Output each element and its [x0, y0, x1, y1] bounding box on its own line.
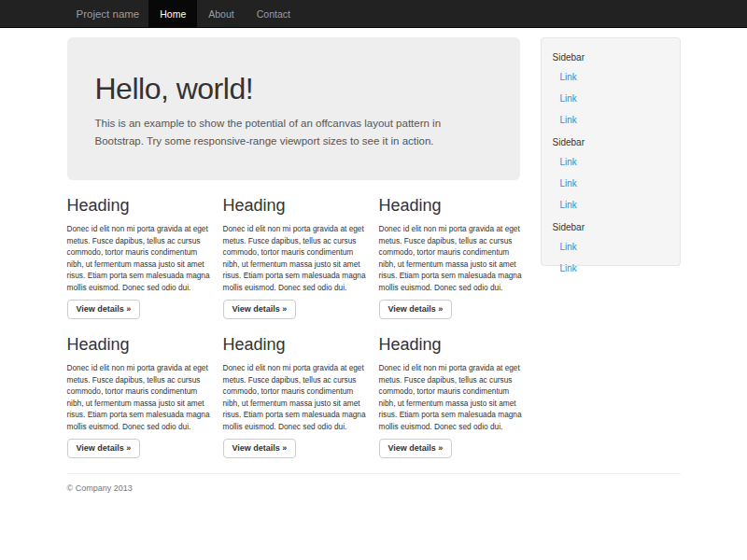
- footer-divider: [67, 473, 681, 474]
- sidebar: Sidebar Link Link Link Sidebar Link Link…: [541, 37, 681, 266]
- footer: © Company 2013: [67, 483, 681, 493]
- navbar: Project name Home About Contact: [0, 0, 747, 28]
- column-body-text: Donec id elit non mi porta gravida at eg…: [223, 223, 372, 293]
- view-details-button[interactable]: View details »: [379, 439, 453, 458]
- content-row: Hello, world! This is an example to show…: [67, 37, 681, 458]
- sidebar-link[interactable]: Link: [560, 239, 669, 256]
- navbar-brand[interactable]: Project name: [67, 0, 149, 27]
- navbar-menu: Home About Contact: [148, 0, 302, 27]
- content-column: Heading Donec id elit non mi porta gravi…: [67, 180, 216, 319]
- jumbotron-description: This is an example to show the potential…: [95, 115, 492, 149]
- content-column: Heading Donec id elit non mi porta gravi…: [379, 180, 528, 319]
- column-heading: Heading: [223, 194, 372, 217]
- column-heading: Heading: [379, 333, 528, 356]
- jumbotron-title: Hello, world!: [95, 73, 492, 105]
- sidebar-group-label: Sidebar: [553, 221, 669, 234]
- content-column: Heading Donec id elit non mi porta gravi…: [223, 319, 372, 458]
- column-heading: Heading: [67, 333, 216, 356]
- column-body-text: Donec id elit non mi porta gravida at eg…: [67, 223, 216, 293]
- sidebar-group: Sidebar Link Link: [553, 221, 669, 277]
- jumbotron: Hello, world! This is an example to show…: [67, 37, 520, 180]
- view-details-button[interactable]: View details »: [379, 300, 453, 319]
- sidebar-group: Sidebar Link Link Link: [553, 51, 669, 129]
- column-body-text: Donec id elit non mi porta gravida at eg…: [67, 362, 216, 432]
- sidebar-link[interactable]: Link: [560, 197, 669, 214]
- copyright-text: © Company 2013: [67, 483, 681, 493]
- view-details-button[interactable]: View details »: [223, 439, 297, 458]
- view-details-button[interactable]: View details »: [67, 300, 141, 319]
- sidebar-group-label: Sidebar: [553, 51, 669, 64]
- main-column: Hello, world! This is an example to show…: [67, 37, 520, 458]
- sidebar-link[interactable]: Link: [560, 260, 669, 277]
- column-body-text: Donec id elit non mi porta gravida at eg…: [379, 362, 528, 432]
- nav-item-about[interactable]: About: [197, 0, 245, 27]
- sidebar-link[interactable]: Link: [560, 69, 669, 86]
- content-column: Heading Donec id elit non mi porta gravi…: [67, 319, 216, 458]
- sidebar-group: Sidebar Link Link Link: [553, 136, 669, 214]
- view-details-button[interactable]: View details »: [67, 439, 141, 458]
- view-details-button[interactable]: View details »: [223, 300, 297, 319]
- page-container: Hello, world! This is an example to show…: [67, 37, 681, 493]
- sidebar-link[interactable]: Link: [560, 175, 669, 192]
- nav-item-contact[interactable]: Contact: [246, 0, 302, 27]
- column-body-text: Donec id elit non mi porta gravida at eg…: [223, 362, 372, 432]
- content-column: Heading Donec id elit non mi porta gravi…: [223, 180, 372, 319]
- column-heading: Heading: [67, 194, 216, 217]
- sidebar-link[interactable]: Link: [560, 154, 669, 171]
- nav-item-home[interactable]: Home: [148, 0, 197, 27]
- sidebar-link[interactable]: Link: [560, 112, 669, 129]
- sidebar-link[interactable]: Link: [560, 91, 669, 107]
- column-heading: Heading: [379, 194, 528, 217]
- column-body-text: Donec id elit non mi porta gravida at eg…: [379, 223, 528, 293]
- content-column: Heading Donec id elit non mi porta gravi…: [379, 319, 528, 458]
- content-columns-grid: Heading Donec id elit non mi porta gravi…: [67, 180, 529, 458]
- sidebar-group-label: Sidebar: [553, 136, 669, 149]
- navbar-inner: Project name Home About Contact: [67, 0, 681, 27]
- column-heading: Heading: [223, 333, 372, 356]
